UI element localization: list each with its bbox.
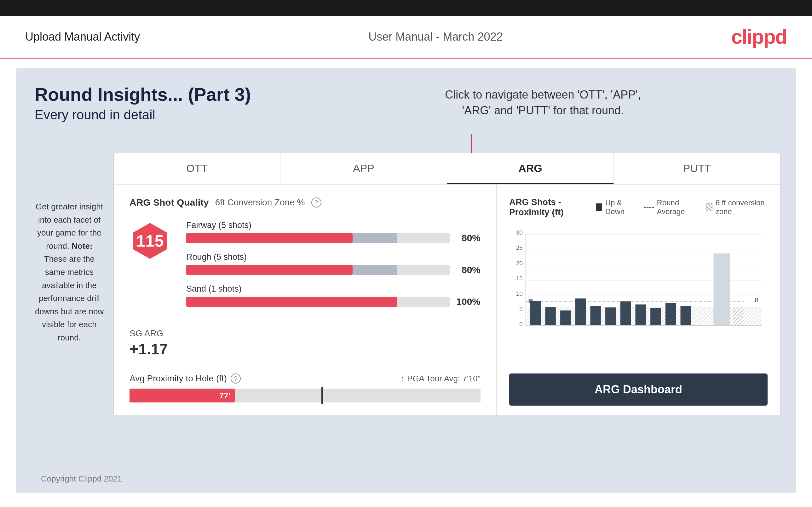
header: Upload Manual Activity User Manual - Mar… xyxy=(0,16,812,59)
upload-manual-activity[interactable]: Upload Manual Activity xyxy=(25,30,140,44)
fairway-label: Fairway (5 shots) xyxy=(186,220,480,230)
main-content: Round Insights... (Part 3) Every round i… xyxy=(16,68,796,493)
tab-bar: OTT APP ARG PUTT xyxy=(114,153,780,184)
proximity-cursor xyxy=(321,387,323,404)
chart-svg: 0 5 10 15 20 25 30 xyxy=(509,224,768,343)
hexagon-container: 115 xyxy=(130,220,170,261)
card-body: ARG Shot Quality 6ft Conversion Zone % ?… xyxy=(114,184,780,415)
proximity-label: Avg Proximity to Hole (ft) ? xyxy=(130,374,241,384)
tab-arg[interactable]: ARG xyxy=(447,153,614,184)
panel-header: ARG Shot Quality 6ft Conversion Zone % ? xyxy=(130,197,480,208)
legend-round-avg-label: Round Average xyxy=(657,199,697,216)
sand-label: Sand (1 shots) xyxy=(186,284,480,294)
top-bar xyxy=(0,0,812,16)
shot-bars: Fairway (5 shots) 80% Rough ( xyxy=(186,220,480,316)
svg-rect-31 xyxy=(665,303,676,326)
svg-rect-27 xyxy=(605,307,616,325)
svg-text:20: 20 xyxy=(516,260,523,267)
clippd-logo: clippd xyxy=(731,25,787,49)
fairway-bar-track xyxy=(186,233,450,243)
tab-putt[interactable]: PUTT xyxy=(614,153,780,184)
proximity-bar-track: 77' xyxy=(130,389,480,402)
svg-rect-30 xyxy=(650,308,661,325)
proximity-value: 77' xyxy=(219,391,230,401)
chart-title: ARG Shots - Proximity (ft) xyxy=(509,197,596,217)
svg-rect-32 xyxy=(680,306,691,326)
footer: Copyright Clippd 2021 xyxy=(41,474,122,484)
legend-6ft-zone: 6 ft conversion zone xyxy=(706,199,768,216)
shot-row-rough: Rough (5 shots) 80% xyxy=(186,252,480,275)
rough-pct: 80% xyxy=(455,265,480,275)
legend-dashes-icon xyxy=(644,207,654,208)
svg-rect-23 xyxy=(545,307,556,325)
conversion-label: 6ft Conversion Zone % xyxy=(215,198,305,208)
pga-avg: ↑ PGA Tour Avg: 7'10" xyxy=(401,374,480,384)
sand-bar-track xyxy=(186,297,450,307)
sg-label: SG ARG xyxy=(130,329,480,339)
svg-text:8: 8 xyxy=(755,296,759,303)
fairway-pct: 80% xyxy=(455,233,480,243)
chart-area: 0 5 10 15 20 25 30 xyxy=(509,224,768,367)
page-title: Round Insights... (Part 3) xyxy=(35,84,777,105)
sand-pct: 100% xyxy=(455,296,480,307)
card-container: OTT APP ARG PUTT ARG Shot Quality 6ft Co… xyxy=(113,153,780,415)
legend-up-down: Up & Down xyxy=(596,199,634,216)
shot-row-sand: Sand (1 shots) 100% xyxy=(186,284,480,307)
rough-bar-track xyxy=(186,265,450,275)
svg-rect-29 xyxy=(635,304,646,326)
sg-value: +1.17 xyxy=(130,340,480,358)
proximity-bar-fill: 77' xyxy=(130,389,235,402)
legend-6ft-label: 6 ft conversion zone xyxy=(716,199,768,216)
legend: Up & Down Round Average 6 ft conversion … xyxy=(596,199,768,216)
legend-up-down-label: Up & Down xyxy=(605,199,635,216)
tab-app[interactable]: APP xyxy=(281,153,447,184)
rough-label: Rough (5 shots) xyxy=(186,252,480,262)
svg-text:15: 15 xyxy=(516,275,523,282)
legend-round-avg: Round Average xyxy=(644,199,697,216)
chart-header: ARG Shots - Proximity (ft) Up & Down Rou… xyxy=(509,197,768,217)
legend-square-icon xyxy=(596,204,602,211)
hex-score: 115 xyxy=(137,231,164,250)
shot-quality-label: ARG Shot Quality xyxy=(130,197,209,208)
left-panel: ARG Shot Quality 6ft Conversion Zone % ?… xyxy=(114,184,497,415)
right-panel: ARG Shots - Proximity (ft) Up & Down Rou… xyxy=(497,184,780,415)
svg-rect-26 xyxy=(590,306,601,326)
svg-rect-22 xyxy=(530,301,541,325)
svg-rect-34 xyxy=(733,307,743,325)
tab-ott[interactable]: OTT xyxy=(114,153,281,184)
copyright: Copyright Clippd 2021 xyxy=(41,474,122,484)
proximity-section: Avg Proximity to Hole (ft) ? ↑ PGA Tour … xyxy=(130,374,480,402)
shot-row-fairway: Fairway (5 shots) 80% xyxy=(186,220,480,243)
svg-rect-25 xyxy=(575,298,586,326)
hexagon: 115 xyxy=(130,220,170,261)
left-description: Get greater insight into each facet of y… xyxy=(35,200,104,344)
svg-text:5: 5 xyxy=(519,306,523,313)
proximity-header: Avg Proximity to Hole (ft) ? ↑ PGA Tour … xyxy=(130,374,480,384)
sg-section: SG ARG +1.17 xyxy=(130,329,480,358)
annotation-line2: 'ARG' and 'PUTT' for that round. xyxy=(445,103,641,118)
svg-rect-28 xyxy=(620,301,631,325)
user-manual-title: User Manual - March 2022 xyxy=(368,30,503,44)
help-icon[interactable]: ? xyxy=(311,198,321,208)
annotation-line1: Click to navigate between 'OTT', 'APP', xyxy=(445,87,641,103)
svg-text:0: 0 xyxy=(519,321,523,328)
svg-text:25: 25 xyxy=(516,244,523,251)
hex-score-row: 115 Fairway (5 shots) xyxy=(130,220,480,316)
page-subtitle: Every round in detail xyxy=(35,107,777,122)
svg-rect-33 xyxy=(713,253,730,326)
svg-text:10: 10 xyxy=(516,290,523,297)
arg-dashboard-button[interactable]: ARG Dashboard xyxy=(509,374,768,406)
proximity-help-icon[interactable]: ? xyxy=(231,374,241,384)
svg-text:30: 30 xyxy=(516,229,523,236)
legend-hatch-icon xyxy=(706,204,712,211)
svg-rect-24 xyxy=(560,311,571,326)
nav-annotation: Click to navigate between 'OTT', 'APP', … xyxy=(445,87,641,119)
